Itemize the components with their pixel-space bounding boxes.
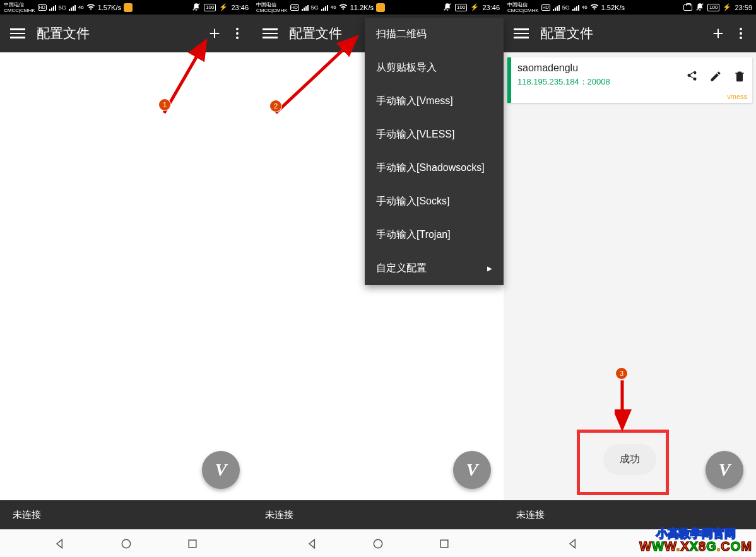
connect-fab[interactable]: V	[706, 451, 743, 489]
annotation-1: 1	[159, 99, 170, 110]
menu-manual-socks[interactable]: 手动输入[Socks]	[365, 185, 504, 218]
svg-rect-3	[189, 540, 196, 548]
mute-icon	[695, 3, 704, 13]
page-title: 配置文件	[37, 25, 201, 42]
connect-fab[interactable]: V	[202, 451, 240, 489]
app-bar: 配置文件	[0, 15, 252, 52]
add-button[interactable]	[709, 25, 727, 42]
connect-fab[interactable]: V	[453, 451, 491, 489]
share-icon[interactable]	[685, 70, 698, 85]
charging-icon: ⚡	[723, 3, 731, 11]
phone-screenshot-3: 中国电信CMCC|CMHK HD 5G 46 1.52K/s 100 ⚡ 23:…	[504, 0, 756, 557]
app-bar: 配置文件	[504, 15, 756, 52]
back-icon[interactable]	[306, 537, 319, 550]
add-menu: 扫描二维码 从剪贴板导入 手动输入[Vmess] 手动输入[VLESS] 手动输…	[365, 18, 504, 285]
connection-status[interactable]: 未连接	[504, 500, 756, 529]
phone-screenshot-2: 中国电信CMCC|CMHK HD 5G 46 11.2K/s 100 ⚡ 23:…	[252, 0, 504, 557]
menu-icon[interactable]	[263, 26, 278, 41]
back-icon[interactable]	[54, 537, 66, 550]
connection-status[interactable]: 未连接	[0, 500, 252, 529]
status-bar: 中国电信CMCC|CMHK HD 5G 46 1.52K/s 100 ⚡ 23:…	[504, 0, 756, 15]
camera-icon	[683, 4, 692, 11]
status-bar: 中国电信CMCC|CMHK HD 5G 46 11.2K/s 100 ⚡ 23:…	[252, 0, 504, 15]
content-with-menu: 扫描二维码 从剪贴板导入 手动输入[Vmess] 手动输入[VLESS] 手动输…	[252, 52, 504, 500]
back-icon[interactable]	[567, 537, 579, 550]
annotation-2: 2	[270, 100, 281, 112]
android-navbar	[252, 529, 504, 557]
add-button[interactable]	[206, 25, 223, 42]
svg-line-1	[164, 41, 206, 113]
config-card[interactable]: saomadenglu 118.195.235.184：20008 vmess	[507, 57, 752, 103]
android-navbar	[0, 529, 252, 557]
svg-point-6	[374, 539, 382, 548]
menu-manual-trojan[interactable]: 手动输入[Trojan]	[365, 218, 504, 252]
content-with-card: saomadenglu 118.195.235.184：20008 vmess …	[504, 52, 756, 500]
content-empty: 1 V	[0, 52, 252, 500]
status-bar: 中国电信CMCC|CMHK HD 5G 46 1.57K/s 100 ⚡ 23:…	[0, 0, 252, 15]
menu-manual-vless[interactable]: 手动输入[VLESS]	[365, 118, 504, 151]
chevron-right-icon: ▶	[487, 265, 492, 272]
annotation-3: 3	[616, 368, 627, 379]
weather-icon	[376, 3, 385, 12]
wifi-icon	[86, 4, 95, 11]
menu-scan-qr[interactable]: 扫描二维码	[365, 18, 504, 51]
overflow-icon[interactable]	[732, 25, 750, 42]
watermark: 小高教学网官网 WWW.XX8G.COM	[639, 528, 752, 553]
svg-rect-7	[440, 540, 448, 548]
wifi-icon	[339, 4, 348, 11]
menu-manual-shadowsocks[interactable]: 手动输入[Shadowsocks]	[365, 151, 504, 185]
mute-icon	[443, 3, 452, 13]
recent-icon[interactable]	[186, 537, 199, 550]
phone-screenshot-1: 中国电信CMCC|CMHK HD 5G 46 1.57K/s 100 ⚡ 23:…	[0, 0, 252, 557]
menu-icon[interactable]	[514, 26, 529, 41]
menu-import-clipboard[interactable]: 从剪贴板导入	[365, 51, 504, 85]
edit-icon[interactable]	[709, 70, 722, 85]
delete-icon[interactable]	[733, 70, 746, 85]
charging-icon: ⚡	[470, 3, 479, 11]
overflow-icon[interactable]	[228, 25, 246, 42]
connection-status[interactable]: 未连接	[252, 500, 504, 529]
home-icon[interactable]	[372, 537, 384, 550]
menu-icon[interactable]	[10, 26, 25, 41]
charging-icon: ⚡	[219, 3, 228, 11]
success-toast: 成功	[603, 444, 656, 475]
home-icon[interactable]	[120, 537, 133, 550]
wifi-icon	[590, 4, 599, 11]
menu-custom-config[interactable]: 自定义配置▶	[365, 252, 504, 285]
page-title: 配置文件	[540, 25, 704, 42]
recent-icon[interactable]	[438, 537, 451, 550]
mute-icon	[192, 3, 201, 13]
config-protocol: vmess	[727, 93, 747, 100]
svg-point-2	[122, 539, 130, 548]
weather-icon	[124, 3, 133, 12]
menu-manual-vmess[interactable]: 手动输入[Vmess]	[365, 85, 504, 118]
